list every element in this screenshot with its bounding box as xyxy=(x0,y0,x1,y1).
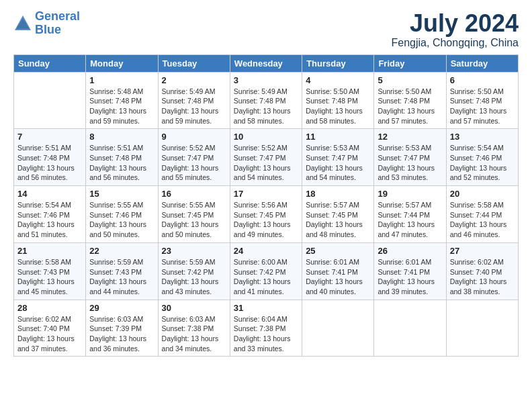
calendar-cell: 8Sunrise: 5:51 AMSunset: 7:48 PMDaylight… xyxy=(86,129,158,186)
day-number: 20 xyxy=(450,189,515,199)
day-info: Sunrise: 6:02 AMSunset: 7:40 PMDaylight:… xyxy=(450,257,515,297)
weekday-header: Tuesday xyxy=(158,54,230,72)
day-info: Sunrise: 5:50 AMSunset: 7:48 PMDaylight:… xyxy=(450,87,515,126)
day-number: 2 xyxy=(162,75,226,85)
calendar-table: SundayMondayTuesdayWednesdayThursdayFrid… xyxy=(13,54,519,357)
day-number: 14 xyxy=(17,189,82,199)
day-info: Sunrise: 5:50 AMSunset: 7:48 PMDaylight:… xyxy=(378,87,442,126)
day-info: Sunrise: 5:49 AMSunset: 7:48 PMDaylight:… xyxy=(234,87,298,126)
day-info: Sunrise: 5:57 AMSunset: 7:45 PMDaylight:… xyxy=(306,200,370,240)
day-info: Sunrise: 6:04 AMSunset: 7:38 PMDaylight:… xyxy=(234,314,298,354)
calendar-cell: 15Sunrise: 5:55 AMSunset: 7:46 PMDayligh… xyxy=(86,186,158,243)
calendar-cell: 31Sunrise: 6:04 AMSunset: 7:38 PMDayligh… xyxy=(230,300,302,357)
day-info: Sunrise: 5:59 AMSunset: 7:43 PMDaylight:… xyxy=(89,257,154,297)
calendar-week-row: 14Sunrise: 5:54 AMSunset: 7:46 PMDayligh… xyxy=(14,186,519,243)
calendar-cell: 30Sunrise: 6:03 AMSunset: 7:38 PMDayligh… xyxy=(158,300,230,357)
day-number: 22 xyxy=(89,246,154,256)
calendar-cell: 12Sunrise: 5:53 AMSunset: 7:47 PMDayligh… xyxy=(374,129,446,186)
day-info: Sunrise: 5:51 AMSunset: 7:48 PMDaylight:… xyxy=(89,143,154,183)
day-info: Sunrise: 5:57 AMSunset: 7:44 PMDaylight:… xyxy=(378,200,442,240)
calendar-cell: 9Sunrise: 5:52 AMSunset: 7:47 PMDaylight… xyxy=(158,129,230,186)
calendar-week-row: 28Sunrise: 6:02 AMSunset: 7:40 PMDayligh… xyxy=(14,300,519,357)
day-info: Sunrise: 5:52 AMSunset: 7:47 PMDaylight:… xyxy=(234,143,298,183)
day-info: Sunrise: 5:49 AMSunset: 7:48 PMDaylight:… xyxy=(162,87,226,126)
month-title: July 2024 xyxy=(392,10,519,37)
day-info: Sunrise: 5:58 AMSunset: 7:44 PMDaylight:… xyxy=(450,200,515,240)
calendar-cell: 14Sunrise: 5:54 AMSunset: 7:46 PMDayligh… xyxy=(14,186,86,243)
calendar-header-row: SundayMondayTuesdayWednesdayThursdayFrid… xyxy=(14,54,519,72)
weekday-header: Monday xyxy=(86,54,158,72)
day-number: 30 xyxy=(162,303,226,313)
calendar-cell: 22Sunrise: 5:59 AMSunset: 7:43 PMDayligh… xyxy=(86,242,158,300)
calendar-cell: 3Sunrise: 5:49 AMSunset: 7:48 PMDaylight… xyxy=(230,72,302,129)
calendar-cell xyxy=(446,300,518,357)
title-block: July 2024 Fengjia, Chongqing, China xyxy=(392,10,519,49)
day-number: 15 xyxy=(89,189,154,199)
day-info: Sunrise: 5:51 AMSunset: 7:48 PMDaylight:… xyxy=(17,143,82,183)
day-info: Sunrise: 6:00 AMSunset: 7:42 PMDaylight:… xyxy=(234,257,298,297)
day-number: 25 xyxy=(306,246,370,256)
page-container: General Blue July 2024 Fengjia, Chongqin… xyxy=(0,0,532,363)
day-number: 8 xyxy=(89,132,154,142)
calendar-cell: 29Sunrise: 6:03 AMSunset: 7:39 PMDayligh… xyxy=(86,300,158,357)
day-number: 12 xyxy=(378,132,442,142)
day-number: 3 xyxy=(234,75,298,85)
calendar-cell: 7Sunrise: 5:51 AMSunset: 7:48 PMDaylight… xyxy=(14,129,86,186)
day-number: 17 xyxy=(234,189,298,199)
day-info: Sunrise: 5:53 AMSunset: 7:47 PMDaylight:… xyxy=(378,143,442,183)
day-info: Sunrise: 5:56 AMSunset: 7:45 PMDaylight:… xyxy=(234,200,298,240)
calendar-cell: 28Sunrise: 6:02 AMSunset: 7:40 PMDayligh… xyxy=(14,300,86,357)
day-info: Sunrise: 6:02 AMSunset: 7:40 PMDaylight:… xyxy=(17,314,82,354)
day-number: 29 xyxy=(89,303,154,313)
day-number: 4 xyxy=(306,75,370,85)
calendar-cell: 10Sunrise: 5:52 AMSunset: 7:47 PMDayligh… xyxy=(230,129,302,186)
day-number: 13 xyxy=(450,132,515,142)
calendar-cell: 5Sunrise: 5:50 AMSunset: 7:48 PMDaylight… xyxy=(374,72,446,129)
day-number: 11 xyxy=(306,132,370,142)
day-number: 7 xyxy=(17,132,82,142)
calendar-week-row: 7Sunrise: 5:51 AMSunset: 7:48 PMDaylight… xyxy=(14,129,519,186)
calendar-cell xyxy=(374,300,446,357)
day-number: 19 xyxy=(378,189,442,199)
day-info: Sunrise: 5:54 AMSunset: 7:46 PMDaylight:… xyxy=(450,143,515,183)
logo-text2: Blue xyxy=(35,24,80,37)
logo: General Blue xyxy=(13,10,80,37)
calendar-cell: 1Sunrise: 5:48 AMSunset: 7:48 PMDaylight… xyxy=(86,72,158,129)
calendar-cell: 27Sunrise: 6:02 AMSunset: 7:40 PMDayligh… xyxy=(446,242,518,300)
calendar-cell: 19Sunrise: 5:57 AMSunset: 7:44 PMDayligh… xyxy=(374,186,446,243)
day-info: Sunrise: 5:48 AMSunset: 7:48 PMDaylight:… xyxy=(89,87,154,126)
day-number: 5 xyxy=(378,75,442,85)
logo-icon xyxy=(13,14,32,33)
day-info: Sunrise: 5:54 AMSunset: 7:46 PMDaylight:… xyxy=(17,200,82,240)
weekday-header: Friday xyxy=(374,54,446,72)
day-number: 28 xyxy=(17,303,82,313)
weekday-header: Sunday xyxy=(14,54,86,72)
weekday-header: Wednesday xyxy=(230,54,302,72)
day-info: Sunrise: 5:53 AMSunset: 7:47 PMDaylight:… xyxy=(306,143,370,183)
location: Fengjia, Chongqing, China xyxy=(392,37,519,49)
day-number: 18 xyxy=(306,189,370,199)
calendar-cell: 18Sunrise: 5:57 AMSunset: 7:45 PMDayligh… xyxy=(302,186,374,243)
logo-text: General xyxy=(35,10,80,24)
calendar-cell: 2Sunrise: 5:49 AMSunset: 7:48 PMDaylight… xyxy=(158,72,230,129)
day-info: Sunrise: 6:03 AMSunset: 7:38 PMDaylight:… xyxy=(162,314,226,354)
weekday-header: Thursday xyxy=(302,54,374,72)
calendar-cell: 16Sunrise: 5:55 AMSunset: 7:45 PMDayligh… xyxy=(158,186,230,243)
calendar-cell: 13Sunrise: 5:54 AMSunset: 7:46 PMDayligh… xyxy=(446,129,518,186)
calendar-cell: 20Sunrise: 5:58 AMSunset: 7:44 PMDayligh… xyxy=(446,186,518,243)
day-info: Sunrise: 5:50 AMSunset: 7:48 PMDaylight:… xyxy=(306,87,370,126)
day-info: Sunrise: 5:59 AMSunset: 7:42 PMDaylight:… xyxy=(162,257,226,297)
day-number: 6 xyxy=(450,75,515,85)
day-number: 31 xyxy=(234,303,298,313)
day-info: Sunrise: 5:52 AMSunset: 7:47 PMDaylight:… xyxy=(162,143,226,183)
calendar-cell: 4Sunrise: 5:50 AMSunset: 7:48 PMDaylight… xyxy=(302,72,374,129)
calendar-week-row: 1Sunrise: 5:48 AMSunset: 7:48 PMDaylight… xyxy=(14,72,519,129)
calendar-cell: 11Sunrise: 5:53 AMSunset: 7:47 PMDayligh… xyxy=(302,129,374,186)
calendar-cell: 6Sunrise: 5:50 AMSunset: 7:48 PMDaylight… xyxy=(446,72,518,129)
day-number: 16 xyxy=(162,189,226,199)
day-info: Sunrise: 6:01 AMSunset: 7:41 PMDaylight:… xyxy=(378,257,442,297)
header: General Blue July 2024 Fengjia, Chongqin… xyxy=(13,10,519,49)
calendar-cell xyxy=(14,72,86,129)
calendar-cell xyxy=(302,300,374,357)
day-number: 10 xyxy=(234,132,298,142)
